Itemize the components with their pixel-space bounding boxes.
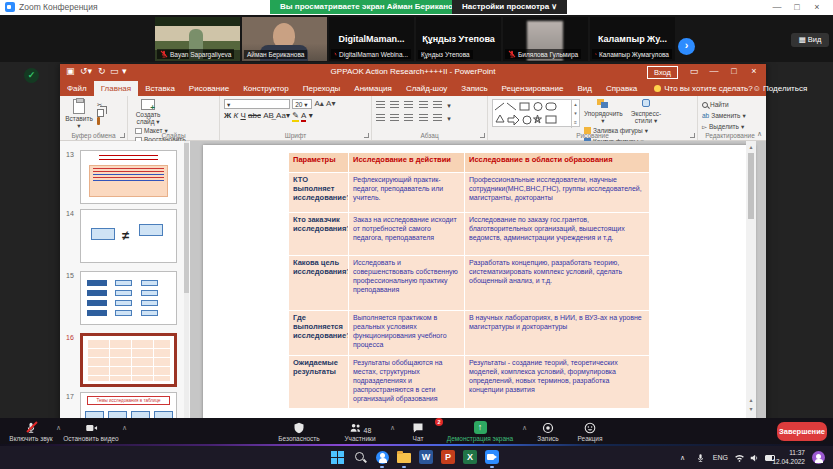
tab-animations[interactable]: Анимация bbox=[347, 81, 399, 96]
tray-mic-icon[interactable] bbox=[696, 446, 705, 469]
maximize-button[interactable]: □ bbox=[789, 0, 805, 14]
underline-button[interactable]: Ч bbox=[240, 111, 245, 120]
drawing-dialog-launcher[interactable] bbox=[690, 133, 695, 138]
excel-icon[interactable]: X bbox=[463, 450, 478, 465]
record-button[interactable]: Запись bbox=[528, 420, 568, 442]
character-spacing-button[interactable]: АВ̲ bbox=[263, 111, 274, 120]
unmute-button[interactable]: Включить звук bbox=[2, 420, 60, 442]
paragraph-dialog-launcher[interactable] bbox=[480, 133, 485, 138]
columns-button[interactable] bbox=[433, 114, 442, 121]
participant-video-digitalmaman[interactable]: DigitalMaman... DigitalMaman Webina... bbox=[329, 17, 414, 61]
justify-button[interactable] bbox=[419, 114, 428, 121]
participant-video-bayan[interactable]: Bayan Sapargaliyeva bbox=[155, 17, 240, 61]
tab-help[interactable]: Справка bbox=[599, 81, 644, 96]
align-left-button[interactable] bbox=[376, 114, 385, 121]
taskbar-search-icon[interactable] bbox=[353, 450, 368, 465]
line-spacing-button[interactable] bbox=[433, 101, 442, 108]
participants-options-chevron[interactable]: ∧ bbox=[390, 424, 395, 432]
notification-center-icon[interactable] bbox=[812, 451, 825, 464]
slide-thumbnail-16-selected[interactable] bbox=[80, 333, 177, 387]
file-explorer-icon[interactable] bbox=[397, 450, 412, 465]
participant-video-kalampyr[interactable]: Калампыр Жу... Калампыр Жумагулова bbox=[590, 17, 675, 61]
text-direction-button[interactable]: ▾ bbox=[447, 102, 451, 109]
paste-button[interactable]: Вставить ▾ bbox=[64, 99, 94, 130]
increase-indent-button[interactable] bbox=[419, 101, 428, 108]
tab-record[interactable]: Запись bbox=[454, 81, 494, 96]
tab-insert[interactable]: Вставка bbox=[138, 81, 182, 96]
select-button[interactable]: ▻Выделить ▾ bbox=[702, 121, 758, 132]
align-center-button[interactable] bbox=[390, 114, 399, 121]
slide-thumbnail-13[interactable] bbox=[80, 150, 177, 204]
powerpoint-icon[interactable]: P bbox=[441, 450, 456, 465]
collapse-ribbon-button[interactable]: ∧ bbox=[757, 130, 762, 138]
tab-file[interactable]: Файл bbox=[60, 81, 94, 96]
participant-video-bilyalova[interactable]: Билялова Гульмира bbox=[503, 17, 588, 61]
tab-slideshow[interactable]: Слайд-шоу bbox=[399, 81, 454, 96]
tell-me-search[interactable]: Что вы хотите сделать? bbox=[654, 81, 752, 96]
slide-thumbnail-14[interactable]: ≠ bbox=[80, 209, 177, 263]
shrink-font-button[interactable]: А▾ bbox=[326, 99, 335, 108]
prev-next-slide-buttons[interactable]: ▴▾ bbox=[746, 396, 756, 414]
zoom-app-icon[interactable] bbox=[485, 450, 500, 465]
bullets-button[interactable] bbox=[376, 101, 385, 108]
word-icon[interactable]: W bbox=[419, 450, 434, 465]
italic-button[interactable]: К bbox=[233, 111, 238, 120]
taskbar-account-icon[interactable] bbox=[375, 450, 390, 465]
ppt-share-button[interactable]: ☺ Поделиться bbox=[753, 81, 816, 96]
font-color-button[interactable]: А bbox=[301, 111, 306, 122]
video-options-chevron[interactable]: ∧ bbox=[122, 424, 127, 432]
start-button[interactable] bbox=[331, 450, 346, 465]
participant-video-kundyz[interactable]: Құндыз Утепова Құндыз Утепова bbox=[416, 17, 501, 61]
tray-overflow-chevron[interactable]: ∧ bbox=[680, 446, 685, 469]
end-meeting-button[interactable]: Завершение bbox=[777, 422, 827, 441]
tab-design[interactable]: Конструктор bbox=[236, 81, 296, 96]
wifi-icon[interactable] bbox=[734, 446, 745, 469]
quick-styles-button[interactable]: Экспресс-стили ▾ bbox=[626, 99, 666, 125]
font-size-combo[interactable]: 20 ▾ bbox=[292, 99, 312, 109]
stop-video-button[interactable]: Остановить видео bbox=[60, 420, 122, 442]
tab-view[interactable]: Вид bbox=[570, 81, 598, 96]
language-indicator[interactable]: ENG bbox=[713, 446, 728, 469]
participants-button[interactable]: 48 Участники bbox=[331, 420, 389, 442]
tab-home[interactable]: Главная bbox=[94, 81, 138, 96]
slide-thumbnail-15[interactable] bbox=[80, 271, 177, 325]
share-screen-button[interactable]: ↑ Демонстрация экрана bbox=[440, 420, 520, 442]
highlight-button[interactable]: ✎ bbox=[292, 111, 299, 122]
shapes-gallery[interactable]: ▴▾≡ bbox=[492, 99, 580, 127]
meeting-info-shield-icon[interactable]: ✓ bbox=[24, 68, 39, 83]
font-name-combo[interactable]: ▾ bbox=[224, 99, 290, 109]
arrange-button[interactable]: Упорядочить ▾ bbox=[584, 99, 622, 125]
next-participants-arrow[interactable]: › bbox=[678, 38, 695, 55]
tab-review[interactable]: Рецензирование bbox=[495, 81, 571, 96]
minimize-button[interactable]: — bbox=[769, 0, 785, 14]
sign-in-button[interactable]: Вход bbox=[647, 66, 678, 79]
smartart-convert-button[interactable]: ▾ bbox=[447, 115, 451, 122]
grow-font-button[interactable]: А▴ bbox=[314, 99, 323, 108]
ppt-close-button[interactable]: × bbox=[746, 66, 762, 76]
replace-button[interactable]: abЗаменить ▾ bbox=[702, 110, 758, 121]
format-painter-button[interactable] bbox=[97, 117, 104, 125]
clipboard-dialog-launcher[interactable] bbox=[120, 133, 125, 138]
ppt-maximize-button[interactable]: □ bbox=[726, 66, 742, 76]
volume-icon[interactable] bbox=[749, 446, 760, 469]
ribbon-display-options-button[interactable]: ▭ bbox=[686, 66, 702, 76]
font-dialog-launcher[interactable] bbox=[364, 133, 369, 138]
bold-button[interactable]: Ж bbox=[224, 111, 231, 120]
thumbnail-scrollbar[interactable] bbox=[184, 141, 189, 446]
find-button[interactable]: Найти bbox=[702, 99, 758, 110]
security-button[interactable]: Безопасность bbox=[269, 420, 329, 442]
close-button[interactable]: × bbox=[809, 0, 825, 14]
new-slide-button[interactable]: Создать слайд ▾ bbox=[132, 99, 164, 126]
gallery-view-button[interactable]: ▦ Вид bbox=[791, 33, 829, 47]
view-settings-button[interactable]: Настройки просмотра ∨ bbox=[452, 0, 567, 14]
change-case-button[interactable]: Аа▾ bbox=[276, 111, 290, 120]
shapes-scroll[interactable]: ▴▾≡ bbox=[571, 100, 579, 128]
tab-transitions[interactable]: Переходы bbox=[296, 81, 348, 96]
numbering-button[interactable] bbox=[390, 101, 399, 108]
ppt-minimize-button[interactable]: — bbox=[706, 66, 722, 76]
chat-button[interactable]: 2 Чат bbox=[398, 420, 438, 442]
tab-draw[interactable]: Рисование bbox=[182, 81, 236, 96]
slide-scrollbar[interactable]: ▴ ▴▾ bbox=[746, 141, 756, 446]
cut-button[interactable]: ✂ bbox=[97, 100, 104, 109]
align-right-button[interactable] bbox=[404, 114, 413, 121]
